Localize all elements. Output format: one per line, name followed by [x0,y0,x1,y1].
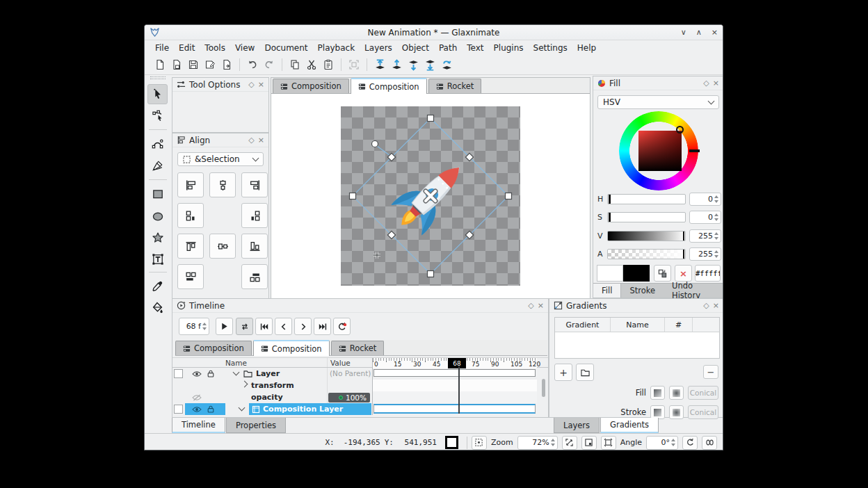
angle-spinbox[interactable]: 0° [646,436,678,450]
frame-spinbox[interactable]: 68 f [179,318,209,335]
group-shapes-button[interactable] [346,56,362,73]
menu-layers[interactable]: Layers [360,42,397,54]
tab-stroke[interactable]: Stroke [621,284,664,298]
sv-marker[interactable] [676,126,684,133]
menu-tools[interactable]: Tools [200,42,230,54]
resize-handle[interactable] [350,193,356,200]
redo-button[interactable] [261,56,278,73]
expand-icon[interactable] [241,381,248,388]
alpha-slider[interactable] [607,249,686,259]
clear-color-button[interactable]: × [675,265,692,282]
composition-layer-row[interactable]: Composition Layer [172,403,548,415]
undo-button[interactable] [244,56,261,73]
gradient-column-header[interactable]: Gradient [555,318,611,332]
maximize-icon[interactable]: ∧ [696,26,702,40]
fill-tool-button[interactable] [147,298,168,318]
current-frame-indicator[interactable]: 68 [448,358,466,368]
close-panel-icon[interactable]: × [258,136,264,144]
align-bottom-button[interactable] [241,234,268,259]
alpha-spinbox[interactable]: 255 [689,247,721,261]
color-picker-tool-button[interactable] [147,276,168,296]
stroke-conical-button[interactable]: Conical [688,405,718,419]
minimize-icon[interactable]: ∨ [681,26,686,40]
color-space-select[interactable]: HSV [597,95,719,109]
flip-view-button[interactable] [702,436,717,450]
tab-layers[interactable]: Layers [554,418,600,433]
saturation-value-square[interactable] [638,131,682,171]
playhead[interactable] [458,366,460,414]
layer-parent-value[interactable]: (No Parent) [330,369,371,377]
tab-undo-history[interactable]: Undo History [664,284,723,298]
row-selector[interactable] [174,405,183,414]
float-panel-icon[interactable]: ◇ [703,79,709,87]
export-button[interactable] [218,56,235,73]
text-tool-button[interactable] [147,249,168,269]
tab-composition-1[interactable]: Composition [273,79,349,93]
float-panel-icon[interactable]: ◇ [703,302,709,309]
align-top-button[interactable] [177,234,204,259]
zoom-spinbox[interactable]: 72% [517,436,558,450]
collapse-icon[interactable] [233,369,240,376]
open-document-button[interactable] [168,56,185,73]
value-spinbox[interactable]: 255 [689,229,721,243]
center-handle[interactable] [426,191,435,201]
align-hcenter-button[interactable] [209,172,236,197]
tab-timeline[interactable]: Timeline [172,418,225,433]
close-icon[interactable]: × [712,26,718,40]
edit-nodes-tool-button[interactable] [147,106,168,126]
tab-properties[interactable]: Properties [226,418,286,433]
rotate-handle[interactable] [372,141,378,147]
hex-color-input[interactable] [695,265,721,282]
secondary-color-swatch[interactable] [623,265,650,282]
close-panel-icon[interactable]: × [538,302,544,309]
save-as-button[interactable] [202,56,218,73]
saturation-spinbox[interactable]: 0 [689,211,721,224]
transform-row[interactable]: transform [172,380,548,391]
collapse-icon[interactable] [239,405,246,412]
next-frame-button[interactable] [294,318,312,335]
ellipse-tool-button[interactable] [147,206,168,226]
first-frame-button[interactable] [255,318,273,335]
lock-icon[interactable] [207,405,214,413]
hue-spinbox[interactable]: 0 [689,193,721,206]
visibility-icon[interactable] [192,371,202,377]
primary-color-swatch[interactable] [597,265,623,282]
resize-handle[interactable] [428,115,434,122]
align-left-button[interactable] [177,172,204,197]
name-column-header[interactable]: Name [611,318,665,332]
cut-button[interactable] [303,56,320,73]
fit-frame-button[interactable] [601,436,616,450]
count-column-header[interactable]: # [665,318,693,332]
menu-text[interactable]: Text [462,42,488,54]
fill-radial-gradient-button[interactable] [669,386,684,400]
opacity-track[interactable] [372,391,537,403]
rocket-artwork[interactable] [271,94,590,298]
stroke-radial-gradient-button[interactable] [669,405,684,419]
move-to-bottom-button[interactable] [421,56,438,73]
layer-row[interactable]: Layer (No Parent) [172,368,548,380]
menu-path[interactable]: Path [434,42,462,54]
zoom-fit-button[interactable] [562,436,577,450]
raise-button[interactable] [388,56,405,73]
star-tool-button[interactable] [147,227,168,247]
menu-edit[interactable]: Edit [174,42,200,54]
menu-view[interactable]: View [230,42,259,54]
draw-bezier-tool-button[interactable] [147,134,168,154]
fill-conical-button[interactable]: Conical [688,386,718,400]
close-panel-icon[interactable]: × [713,79,719,87]
gradients-table[interactable]: Gradient Name # [554,317,720,359]
menu-document[interactable]: Document [259,42,312,54]
move-to-layer-button[interactable] [438,56,455,73]
tab-gradients[interactable]: Gradients [600,418,659,433]
opacity-row[interactable]: opacity 100% [172,391,548,403]
view-transform-button[interactable] [472,436,487,450]
menu-plugins[interactable]: Plugins [489,42,529,54]
transform-track[interactable] [372,380,537,391]
timeline-tab-composition-2[interactable]: Composition [253,340,330,356]
value-slider[interactable] [607,231,686,241]
select-tool-button[interactable] [147,84,168,104]
canvas-viewport[interactable] [271,94,590,298]
align-outside-left-button[interactable] [177,203,204,228]
close-panel-icon[interactable]: × [713,302,719,309]
align-right-button[interactable] [241,172,268,197]
